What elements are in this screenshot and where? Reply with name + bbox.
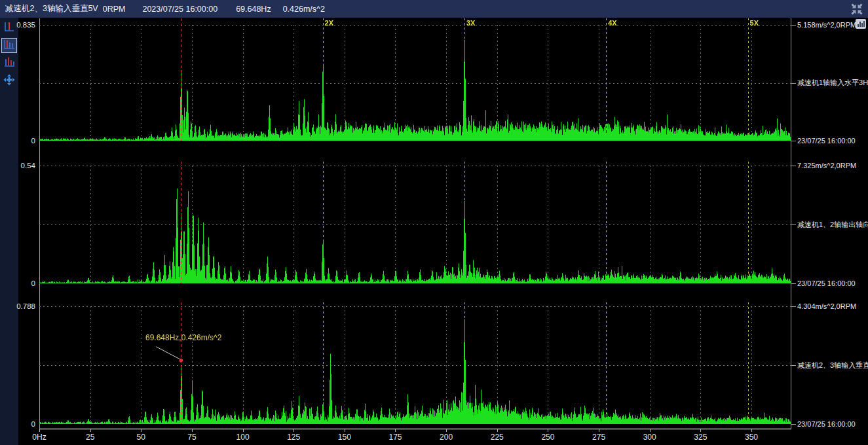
chart2-yzero-label: 0 [0, 279, 35, 287]
vibration-analyzer-window: 减速机2、3轴输入垂直5V 0RPM 2023/07/25 16:00:00 6… [0, 0, 868, 445]
chart1-channel-label: 减速机1轴输入水平3H [797, 78, 868, 88]
collapse-window-icon[interactable] [850, 2, 864, 16]
right-axis-tick [791, 141, 796, 141]
x-tick-label: 250 [541, 433, 554, 442]
right-axis-tick [791, 424, 796, 425]
cursor-amplitude-readout: 0.426m/s^2 [283, 5, 325, 14]
x-tick-label: 300 [643, 433, 656, 442]
right-axis-tick [791, 83, 796, 84]
right-axis-tick [791, 224, 796, 225]
harmonic-marker-label: 3X [466, 19, 475, 27]
right-axis-tick [791, 283, 796, 284]
chart3-timestamp-label: 23/07/25 16:00:00 [797, 420, 856, 428]
x-tick-label: 175 [388, 433, 402, 442]
chart3-unit-label: 4.304m/s^2,0RPM [797, 302, 856, 310]
rpm-value: 0RPM [103, 5, 126, 14]
x-tick-label: 100 [236, 433, 250, 442]
x-tick-label: 325 [694, 433, 707, 442]
harmonic-marker-label: 2X [325, 19, 333, 27]
chart3-ymax-label: 0.788 [0, 302, 35, 310]
right-axis-tick [791, 365, 796, 366]
chart1-unit-label: 5.158m/s^2,0RPM [797, 21, 856, 29]
right-axis-tick [791, 25, 796, 26]
x-tick-label: 25 [86, 433, 94, 442]
mini-histogram-button[interactable] [856, 19, 866, 29]
spectrum-plot-canvas[interactable] [39, 18, 791, 432]
chart2-unit-label: 7.325m/s^2,0RPM [797, 162, 856, 169]
chart1-ymax-label: 0.835 [0, 21, 35, 29]
x-tick-label: 275 [592, 433, 605, 442]
x-tick-label: 200 [440, 433, 453, 442]
chart2-ymax-label: 0.54 [0, 162, 35, 169]
harmonic-marker-label: 5X [750, 19, 759, 27]
chart3-yzero-label: 0 [0, 420, 35, 428]
peak-annotation-label: 69.648Hz,0.426m/s^2 [145, 333, 221, 342]
x-tick-label: 350 [745, 433, 758, 442]
spectrum-plot-area: 0.835 0 0.54 0 0.788 0 5.158m/s^2,0RPM 减… [0, 18, 868, 445]
header-bar: 减速机2、3轴输入垂直5V 0RPM 2023/07/25 16:00:00 6… [0, 0, 868, 18]
x-tick-label: 150 [338, 433, 351, 442]
chart1-timestamp-label: 23/07/25 16:00:00 [797, 137, 856, 145]
measurement-datetime: 2023/07/25 16:00:00 [142, 5, 217, 14]
measurement-point-title: 减速机2、3轴输入垂直5V [5, 3, 98, 14]
chart2-channel-label: 减速机1、2轴输出轴向4A [797, 220, 868, 230]
x-tick-label: 75 [187, 433, 196, 442]
right-axis-tick [791, 306, 796, 307]
x-tick-label: 125 [287, 433, 300, 442]
cursor-frequency-readout: 69.648Hz [236, 5, 271, 14]
x-tick-label: 225 [491, 433, 504, 442]
harmonic-marker-label: 4X [608, 19, 616, 27]
x-tick-label: 0Hz [32, 433, 46, 442]
chart3-channel-label: 减速机2、3轴输入垂直5V [797, 361, 868, 370]
chart2-timestamp-label: 23/07/25 16:00:00 [797, 279, 856, 287]
right-axis-tick [791, 166, 796, 166]
x-tick-label: 50 [137, 433, 145, 442]
chart1-yzero-label: 0 [0, 137, 35, 145]
